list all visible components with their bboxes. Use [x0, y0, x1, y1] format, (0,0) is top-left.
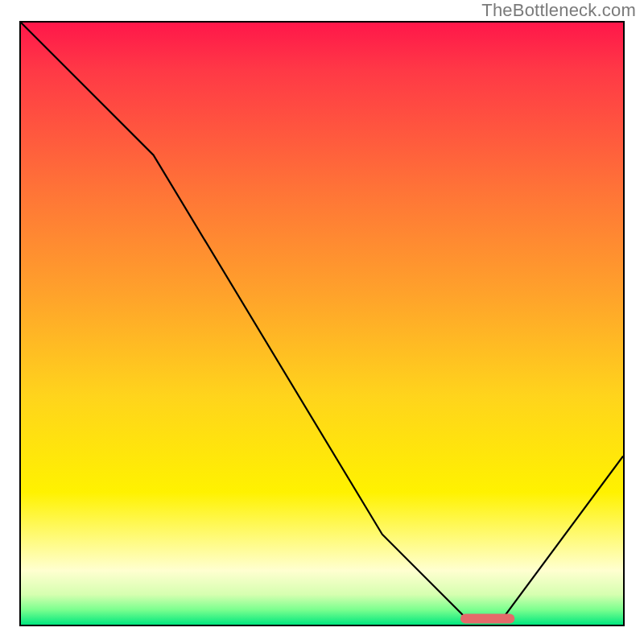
- optimal-marker: [460, 614, 514, 624]
- watermark-text: TheBottleneck.com: [481, 0, 636, 21]
- plot-area: [19, 21, 625, 626]
- chart-container: TheBottleneck.com: [0, 0, 644, 644]
- plot-svg: [21, 23, 623, 625]
- bottleneck-curve: [21, 23, 623, 619]
